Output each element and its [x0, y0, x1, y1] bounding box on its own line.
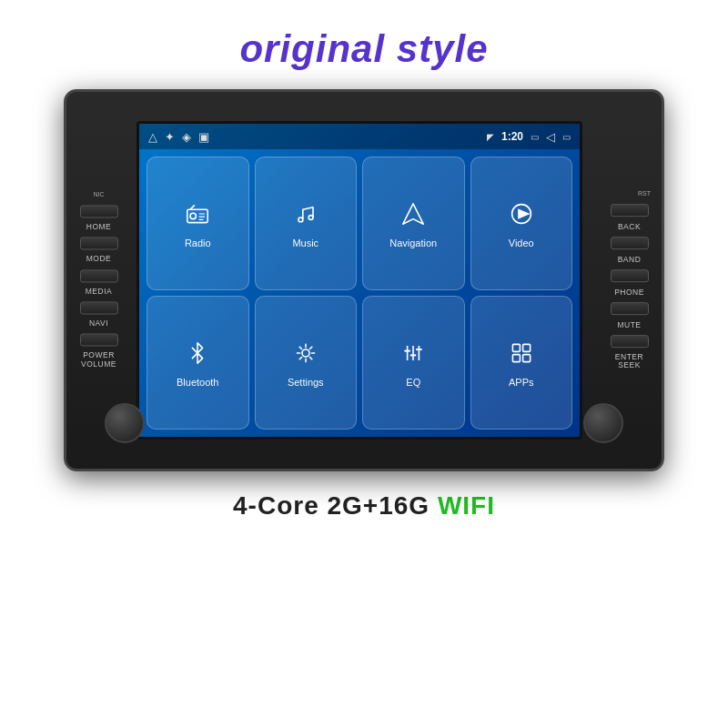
- svg-rect-18: [512, 344, 520, 351]
- left-label-home: HOME: [86, 223, 112, 231]
- app-tile-navigation[interactable]: Navigation: [362, 157, 465, 290]
- right-label-phone: PHONE: [614, 288, 644, 297]
- navigation-icon: [399, 199, 428, 232]
- video-icon: [507, 199, 536, 232]
- spec-text: 4-Core 2G+16G: [233, 491, 438, 520]
- settings-label: Settings: [288, 377, 324, 388]
- bluetooth-label: Bluetooth: [177, 377, 218, 388]
- right-btn-band[interactable]: [611, 237, 649, 249]
- screenshot-icon: ▣: [198, 130, 209, 144]
- page-title: original style: [239, 27, 488, 71]
- app-tile-eq[interactable]: EQ: [362, 296, 465, 430]
- left-btn-home[interactable]: [80, 205, 118, 217]
- left-btn-media[interactable]: [80, 269, 118, 282]
- svg-point-6: [298, 217, 303, 222]
- status-bar: △ ✦ ◈ ▣ ◤ 1:20 ▭ ◁ ▭: [139, 124, 580, 149]
- bluetooth-icon: [183, 339, 212, 371]
- screen: △ ✦ ◈ ▣ ◤ 1:20 ▭ ◁ ▭: [139, 124, 580, 437]
- svg-rect-20: [512, 354, 520, 361]
- app-grid: Radio Music: [139, 149, 580, 437]
- brightness-icon[interactable]: ✦: [165, 130, 175, 144]
- spec-line: 4-Core 2G+16G WIFI: [233, 491, 495, 521]
- right-btn-phone[interactable]: [611, 269, 649, 282]
- app-tile-apps[interactable]: APPs: [470, 296, 573, 430]
- right-btn-mute[interactable]: [611, 302, 649, 315]
- knob-right[interactable]: [583, 403, 623, 443]
- apps-label: APPs: [509, 377, 534, 388]
- right-label-back: BACK: [618, 222, 641, 231]
- left-label-mode: MODE: [86, 256, 112, 264]
- wifi-text: WIFI: [438, 491, 495, 520]
- app-tile-settings[interactable]: Settings: [255, 296, 358, 430]
- svg-point-7: [308, 215, 313, 219]
- svg-marker-10: [519, 209, 529, 218]
- back-icon[interactable]: ◁: [546, 130, 555, 144]
- car-unit: NIC HOME MODE MEDIA NAVI POWERVOLUME △ ✦…: [64, 89, 664, 471]
- app-tile-video[interactable]: Video: [470, 157, 573, 290]
- left-btn-mode[interactable]: [80, 238, 118, 250]
- wallpaper-icon: ◈: [182, 130, 191, 144]
- left-label-media: MEDIA: [86, 288, 112, 296]
- right-label-enter-seek: ENTERSEEK: [615, 353, 643, 370]
- svg-point-1: [190, 213, 196, 218]
- music-label: Music: [292, 238, 318, 248]
- knob-left[interactable]: [105, 403, 145, 443]
- apps-icon: [507, 339, 536, 371]
- svg-rect-19: [522, 344, 530, 351]
- eq-label: EQ: [406, 377, 420, 388]
- svg-point-11: [302, 349, 309, 357]
- left-btn-navi[interactable]: [80, 302, 118, 315]
- video-label: Video: [509, 238, 534, 248]
- home-icon[interactable]: △: [148, 130, 157, 144]
- right-panel: RST BACK BAND PHONE MUTE ENTERSEEK: [604, 190, 654, 370]
- music-icon: [291, 199, 320, 232]
- right-btn-back[interactable]: [611, 204, 649, 217]
- nic-label: NIC: [93, 191, 104, 197]
- radio-label: Radio: [185, 238, 211, 248]
- right-label-mute: MUTE: [617, 320, 641, 329]
- radio-icon: [183, 199, 212, 232]
- left-panel: NIC HOME MODE MEDIA NAVI POWERVOLUME: [74, 191, 124, 369]
- left-label-power: POWERVOLUME: [81, 352, 116, 369]
- status-time: 1:20: [501, 130, 523, 143]
- battery-icon: ▭: [531, 132, 539, 142]
- app-tile-radio[interactable]: Radio: [147, 157, 249, 290]
- rst-label: RST: [638, 190, 651, 197]
- svg-marker-8: [403, 203, 423, 223]
- navigation-label: Navigation: [389, 238, 437, 248]
- svg-rect-21: [522, 354, 530, 361]
- screen-wrapper: △ ✦ ◈ ▣ ◤ 1:20 ▭ ◁ ▭: [136, 121, 582, 440]
- app-tile-music[interactable]: Music: [255, 157, 358, 290]
- eq-icon: [399, 339, 428, 371]
- app-tile-bluetooth[interactable]: Bluetooth: [147, 296, 249, 430]
- settings-icon: [291, 339, 320, 371]
- right-label-band: BAND: [618, 255, 642, 264]
- signal-icon: ◤: [487, 132, 494, 142]
- right-btn-enter-seek[interactable]: [611, 335, 649, 348]
- recent-apps-icon[interactable]: ▭: [562, 132, 571, 142]
- left-btn-power[interactable]: [80, 334, 118, 347]
- left-label-navi: NAVI: [89, 320, 108, 329]
